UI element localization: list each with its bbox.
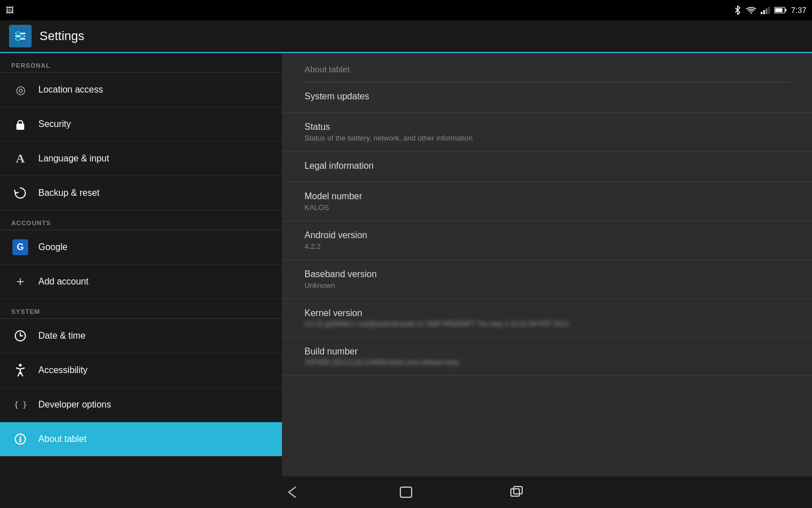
sidebar-item-abouttablet[interactable]: About tablet bbox=[0, 422, 282, 457]
content-item-basebandversion[interactable]: Baseband version Unknown bbox=[282, 260, 812, 299]
content-item-subtitle-basebandversion: Unknown bbox=[304, 281, 789, 290]
content-item-status[interactable]: Status Status of the battery, network, a… bbox=[282, 113, 812, 152]
content-item-kernelversion[interactable]: Kernel version 3.0.31-g4d0b8c1 root@andr… bbox=[282, 299, 812, 338]
top-status-bar: 🖼 7:37 bbox=[0, 0, 812, 20]
svg-rect-1 bbox=[763, 10, 765, 14]
topbar-left: 🖼 bbox=[6, 6, 14, 15]
settings-app-icon bbox=[9, 25, 32, 47]
svg-rect-2 bbox=[766, 8, 767, 14]
home-button[interactable] bbox=[396, 482, 416, 502]
sidebar-label-location: Location access bbox=[38, 85, 103, 95]
sidebar-item-google[interactable]: G Google bbox=[0, 230, 282, 265]
content-item-subtitle-buildnumber: JOP40D.20131118.134906.kalos.user.releas… bbox=[304, 358, 789, 366]
sidebar-item-datetime[interactable]: Date & time bbox=[0, 319, 282, 353]
sidebar-item-backup[interactable]: Backup & reset bbox=[0, 176, 282, 211]
svg-rect-3 bbox=[768, 7, 770, 14]
sidebar-item-language[interactable]: A Language & input bbox=[0, 142, 282, 176]
section-personal: PERSONAL ◎ Location access Security A La… bbox=[0, 53, 282, 211]
clock-icon bbox=[11, 327, 29, 345]
signal-icon bbox=[761, 6, 770, 14]
back-button[interactable] bbox=[285, 482, 306, 502]
sidebar-label-language: Language & input bbox=[38, 154, 109, 164]
battery-icon bbox=[774, 7, 787, 14]
section-label-accounts: ACCOUNTS bbox=[0, 211, 282, 230]
content-item-title-androidversion: Android version bbox=[304, 230, 789, 240]
content-title: About tablet bbox=[282, 53, 812, 82]
content-item-legalinfo[interactable]: Legal information bbox=[282, 152, 812, 182]
content-item-buildnumber[interactable]: Build number JOP40D.20131118.134906.kalo… bbox=[282, 338, 812, 376]
sidebar-label-security: Security bbox=[38, 119, 71, 129]
content-item-title-modelnumber: Model number bbox=[304, 191, 789, 202]
content-item-subtitle-modelnumber: KALOS bbox=[304, 203, 789, 212]
content-item-title-systemupdates: System updates bbox=[304, 91, 789, 102]
svg-point-20 bbox=[20, 436, 21, 437]
content-item-title-buildnumber: Build number bbox=[304, 347, 789, 357]
section-label-personal: PERSONAL bbox=[0, 53, 282, 72]
content-item-systemupdates[interactable]: System updates bbox=[282, 82, 812, 113]
section-label-system: SYSTEM bbox=[0, 299, 282, 318]
sidebar-label-google: Google bbox=[38, 242, 68, 252]
accessibility-icon bbox=[11, 361, 29, 379]
wifi-icon bbox=[746, 6, 756, 14]
content-item-title-basebandversion: Baseband version bbox=[304, 269, 789, 279]
content-item-title-status: Status bbox=[304, 122, 789, 132]
language-icon: A bbox=[11, 150, 29, 168]
section-accounts: ACCOUNTS G Google + Add account bbox=[0, 211, 282, 299]
recents-button[interactable] bbox=[506, 482, 527, 502]
app-title: Settings bbox=[39, 29, 85, 43]
bluetooth-icon bbox=[734, 6, 742, 15]
main-layout: PERSONAL ◎ Location access Security A La… bbox=[0, 53, 812, 476]
sidebar-label-developer: Developer options bbox=[38, 400, 111, 410]
content-item-androidversion[interactable]: Android version 4.2.2 bbox=[282, 221, 812, 260]
sidebar-item-location[interactable]: ◎ Location access bbox=[0, 73, 282, 107]
sidebar-label-datetime: Date & time bbox=[38, 331, 86, 341]
backup-icon bbox=[11, 184, 29, 202]
clock: 7:37 bbox=[791, 6, 806, 15]
sidebar-item-accessibility[interactable]: Accessibility bbox=[0, 353, 282, 388]
content-item-subtitle-kernelversion: 3.0.31-g4d0b8c1 root@android-build #1 SM… bbox=[304, 320, 789, 328]
sidebar-item-addaccount[interactable]: + Add account bbox=[0, 265, 282, 299]
content-panel: About tablet System updates Status Statu… bbox=[282, 53, 812, 476]
svg-rect-22 bbox=[511, 489, 519, 496]
content-item-title-legalinfo: Legal information bbox=[304, 161, 789, 171]
section-system: SYSTEM Date & time bbox=[0, 299, 282, 457]
svg-point-17 bbox=[19, 364, 22, 367]
thumbnail-icon: 🖼 bbox=[6, 6, 14, 15]
svg-rect-21 bbox=[400, 487, 412, 497]
sidebar-label-accessibility: Accessibility bbox=[38, 365, 87, 375]
svg-point-10 bbox=[21, 34, 24, 38]
bottom-nav-bar bbox=[0, 476, 812, 508]
app-header: Settings bbox=[0, 20, 812, 53]
sidebar-label-addaccount: Add account bbox=[38, 277, 89, 287]
content-item-modelnumber[interactable]: Model number KALOS bbox=[282, 182, 812, 221]
svg-rect-5 bbox=[785, 9, 786, 12]
svg-point-12 bbox=[16, 37, 20, 41]
add-icon: + bbox=[11, 273, 29, 291]
sidebar-label-backup: Backup & reset bbox=[38, 188, 100, 198]
sidebar-item-security[interactable]: Security bbox=[0, 107, 282, 142]
svg-rect-0 bbox=[761, 12, 762, 14]
svg-rect-13 bbox=[16, 124, 24, 130]
topbar-right: 7:37 bbox=[734, 6, 806, 15]
info-icon bbox=[11, 430, 29, 448]
content-item-subtitle-status: Status of the battery, network, and othe… bbox=[304, 134, 789, 142]
svg-rect-6 bbox=[775, 8, 782, 12]
sidebar-label-abouttablet: About tablet bbox=[38, 434, 86, 444]
sidebar-item-developer[interactable]: { } Developer options bbox=[0, 388, 282, 422]
google-icon: G bbox=[11, 238, 29, 256]
settings-sidebar: PERSONAL ◎ Location access Security A La… bbox=[0, 53, 282, 476]
developer-icon: { } bbox=[11, 396, 29, 414]
svg-rect-23 bbox=[514, 487, 522, 494]
location-icon: ◎ bbox=[11, 81, 29, 99]
content-item-subtitle-androidversion: 4.2.2 bbox=[304, 242, 789, 251]
svg-point-8 bbox=[16, 32, 20, 35]
lock-icon bbox=[11, 115, 29, 133]
content-item-title-kernelversion: Kernel version bbox=[304, 308, 789, 318]
